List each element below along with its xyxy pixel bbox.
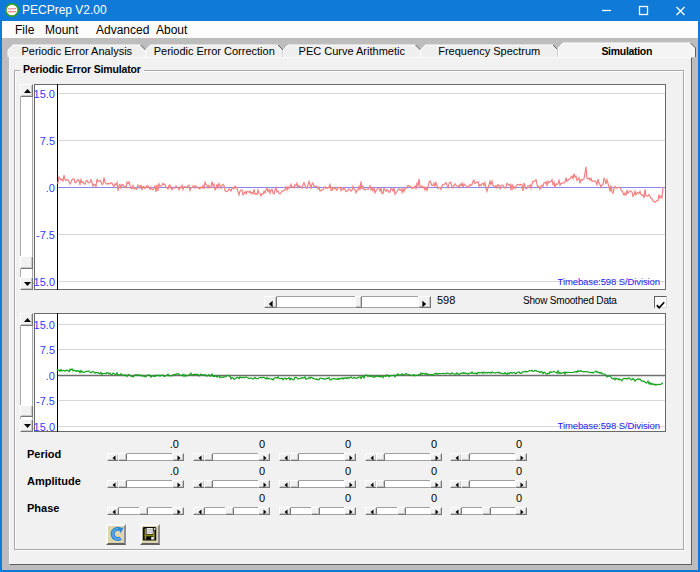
svg-text:Frequency Spectrum: Frequency Spectrum <box>438 45 540 57</box>
svg-text:Periodic Error Correction: Periodic Error Correction <box>154 45 275 57</box>
svg-text:15.0: 15.0 <box>34 88 55 100</box>
svg-text:-7.5: -7.5 <box>36 395 55 407</box>
svg-text:7.5: 7.5 <box>40 135 55 147</box>
svg-text:15.0: 15.0 <box>34 319 55 331</box>
svg-text:-7.5: -7.5 <box>36 229 55 241</box>
svg-text:7.5: 7.5 <box>40 344 55 356</box>
svg-text:Timebase:598 S/Division: Timebase:598 S/Division <box>558 420 660 431</box>
svg-text:PEC Curve Arithmetic: PEC Curve Arithmetic <box>299 45 406 57</box>
svg-text:Simulation: Simulation <box>601 45 652 57</box>
svg-text:Timebase:598 S/Division: Timebase:598 S/Division <box>558 276 660 287</box>
svg-text:Periodic Error Analysis: Periodic Error Analysis <box>21 45 132 57</box>
svg-text:.0: .0 <box>46 182 55 194</box>
svg-text:.0: .0 <box>46 370 55 382</box>
